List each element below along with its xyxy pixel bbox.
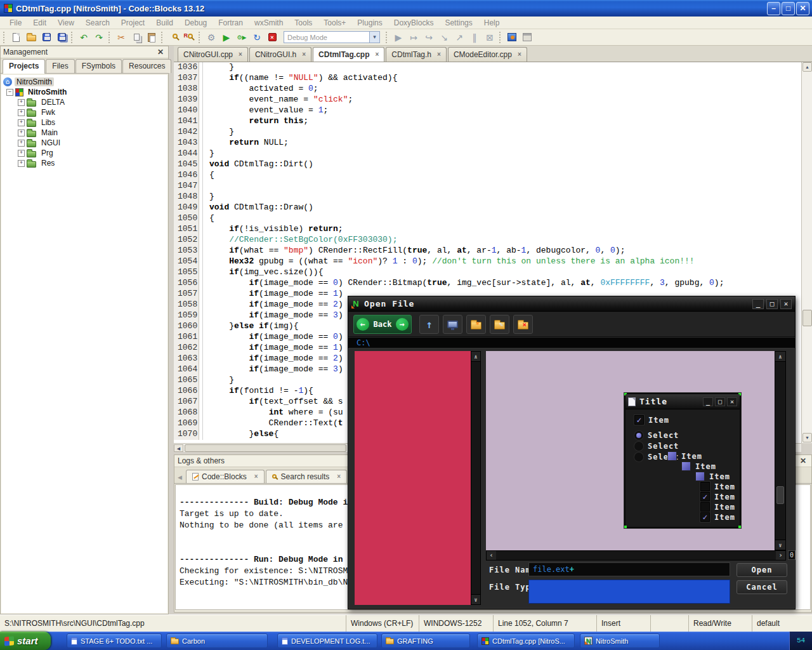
pause-button[interactable]: ‖: [468, 30, 481, 44]
box-icon[interactable]: [667, 451, 677, 461]
cut-button[interactable]: ✂: [114, 30, 128, 44]
taskbar-button-stage6todotx[interactable]: STAGE 6+ TODO.txt ...: [67, 633, 162, 648]
expand-icon[interactable]: +: [18, 150, 25, 157]
inner-item-5[interactable]: Item: [681, 461, 716, 471]
tree-item-main[interactable]: +Main: [3, 128, 167, 138]
build-and-run-button[interactable]: ⚙▶: [235, 30, 249, 44]
menu-item-search[interactable]: Search: [80, 17, 115, 29]
inner-item-8[interactable]: ✓Item: [700, 492, 735, 501]
start-button[interactable]: start: [0, 632, 51, 650]
redo-button[interactable]: ↷: [92, 30, 106, 44]
dialog-close-icon[interactable]: ✕: [780, 299, 792, 309]
inner-item-6[interactable]: Item: [695, 472, 730, 481]
editor-tab-cnitroguicpp[interactable]: CNitroGUI.cpp×: [178, 47, 248, 62]
open-file-button[interactable]: [24, 30, 38, 44]
inner-item-0[interactable]: ✓Item: [634, 415, 669, 425]
expand-icon[interactable]: +: [18, 160, 25, 167]
editor-tab-cmodeeditorcpp[interactable]: CModeEditor.cpp×: [448, 47, 527, 62]
build-button[interactable]: ⚙: [204, 30, 218, 44]
forward-arrow-icon[interactable]: →: [396, 318, 409, 331]
scroll-right-icon[interactable]: ›: [776, 551, 785, 560]
collapse-icon[interactable]: −: [6, 89, 13, 96]
radio-icon[interactable]: [634, 453, 643, 461]
taskbar-button-carbon[interactable]: Carbon: [166, 633, 268, 648]
menu-item-fortran[interactable]: Fortran: [213, 17, 249, 29]
inner-close-icon[interactable]: ✕: [727, 397, 737, 406]
up-folder-button[interactable]: ↑: [419, 315, 439, 334]
delete-folder-button[interactable]: ×: [513, 315, 533, 334]
minimize-button[interactable]: –: [767, 2, 780, 15]
menu-item-tools[interactable]: Tools+: [318, 17, 351, 29]
save-all-button[interactable]: [55, 30, 69, 44]
taskbar-button-developmentl[interactable]: DEVELOPMENT LOG.t...: [277, 633, 377, 648]
radio-icon[interactable]: [634, 442, 643, 451]
inner-item-9[interactable]: Item: [700, 502, 735, 512]
tree-item-fwk[interactable]: +Fwk: [3, 107, 167, 117]
checkbox-icon[interactable]: ✓: [634, 415, 644, 425]
dialog-titlebar[interactable]: N Open File _ □ ✕: [348, 296, 795, 312]
step-out-button[interactable]: ↗: [452, 30, 466, 44]
undo-button[interactable]: ↶: [77, 30, 91, 44]
inner-item-10[interactable]: ✓Item: [700, 512, 735, 522]
dialog-maximize-icon[interactable]: □: [766, 299, 778, 309]
checkbox-icon[interactable]: [700, 502, 710, 512]
scroll-left-icon[interactable]: ◀: [174, 444, 183, 452]
scroll-down-icon[interactable]: ∨: [471, 594, 480, 604]
copy-button[interactable]: [129, 30, 143, 44]
computer-button[interactable]: [443, 315, 462, 334]
scroll-thumb[interactable]: [802, 310, 812, 326]
box-icon[interactable]: [695, 472, 705, 481]
tree-item-libs[interactable]: +Libs: [3, 117, 167, 128]
inner-item-7[interactable]: Item: [700, 482, 735, 491]
menu-item-debug[interactable]: Debug: [179, 17, 213, 29]
file-panel-hscrollbar[interactable]: ‹ ›: [486, 550, 786, 560]
menu-item-view[interactable]: View: [52, 17, 80, 29]
tab-files[interactable]: Files: [46, 59, 74, 73]
menu-item-edit[interactable]: Edit: [27, 17, 52, 29]
menu-item-settings[interactable]: Settings: [439, 17, 478, 29]
log-tab-searchresults[interactable]: Search results×: [266, 470, 348, 483]
logs-close-icon[interactable]: ✕: [798, 457, 808, 465]
dialog-minimize-icon[interactable]: _: [752, 299, 764, 309]
tabs-scroll-left-icon[interactable]: ◀: [176, 472, 184, 483]
rebuild-button[interactable]: ↻: [250, 30, 264, 44]
menu-item-plugins[interactable]: Plugins: [351, 17, 388, 29]
tab-projects[interactable]: Projects: [3, 59, 45, 74]
editor-tab-cnitroguih[interactable]: CNitroGUI.h×: [249, 47, 311, 62]
back-arrow-icon[interactable]: ←: [357, 318, 369, 331]
menu-item-file[interactable]: File: [4, 17, 27, 29]
scroll-thumb[interactable]: [776, 486, 784, 504]
scroll-down-icon[interactable]: ▼: [802, 433, 812, 442]
tab-close-icon[interactable]: ×: [376, 51, 379, 58]
expand-icon[interactable]: +: [18, 129, 25, 136]
menu-item-build[interactable]: Build: [150, 17, 179, 29]
tree-item-workspace[interactable]: ⌂NitroSmith: [3, 77, 167, 87]
scroll-down-icon[interactable]: ∨: [775, 540, 785, 550]
checkbox-icon[interactable]: ✓: [700, 512, 710, 522]
new-folder-button[interactable]: *: [466, 315, 486, 334]
scroll-up-icon[interactable]: ∧: [471, 352, 480, 362]
menu-item-tools[interactable]: Tools: [289, 17, 318, 29]
checkbox-icon[interactable]: ✓: [700, 492, 710, 501]
save-button[interactable]: [39, 30, 53, 44]
close-button[interactable]: ✕: [796, 2, 809, 15]
path-bar[interactable]: C:\: [348, 338, 795, 348]
paste-button[interactable]: [145, 30, 159, 44]
menu-item-doxyblocks[interactable]: DoxyBlocks: [388, 17, 440, 29]
back-button[interactable]: ← Back →: [353, 315, 412, 334]
tree-item-delta[interactable]: +DELTA: [3, 97, 167, 107]
find-button[interactable]: [167, 30, 181, 44]
box-icon[interactable]: [681, 461, 691, 471]
expand-icon[interactable]: +: [18, 119, 25, 126]
tab-close-icon[interactable]: ×: [302, 51, 306, 58]
dialog-left-panel[interactable]: [355, 351, 471, 605]
hscroll-thumb[interactable]: [185, 444, 346, 452]
tree-item-ngui[interactable]: +NGUI: [3, 138, 167, 148]
expand-icon[interactable]: +: [18, 109, 25, 116]
tree-item-res[interactable]: +Res: [3, 158, 167, 168]
tree-item-prg[interactable]: +Prg: [3, 148, 167, 158]
next-line-button[interactable]: ↪: [422, 30, 436, 44]
expand-icon[interactable]: +: [18, 140, 25, 147]
taskbar-button-nitrosmith[interactable]: NNitroSmith: [580, 633, 660, 648]
inner-minimize-icon[interactable]: _: [703, 397, 713, 406]
